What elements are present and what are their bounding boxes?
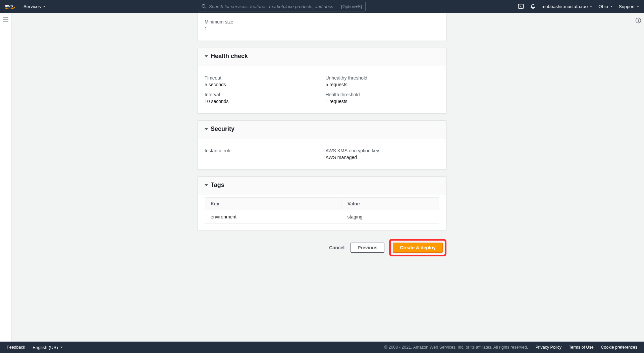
username: mubbashir.mustafa.rao	[542, 4, 588, 9]
nav-right: mubbashir.mustafa.rao Ohio Support	[518, 3, 639, 9]
search-input[interactable]	[209, 4, 338, 9]
support-label: Support	[619, 4, 635, 9]
notifications-icon[interactable]	[530, 4, 536, 9]
caret-down-icon	[590, 6, 592, 7]
services-menu[interactable]: Services	[23, 4, 46, 9]
services-label: Services	[23, 4, 41, 9]
svg-rect-3	[518, 4, 523, 9]
svg-line-2	[205, 7, 206, 8]
account-menu[interactable]: mubbashir.mustafa.rao	[542, 4, 592, 9]
top-nav: aws Services [Option+S] mubbashir.mustaf…	[0, 0, 644, 13]
svg-point-1	[202, 4, 205, 7]
svg-text:aws: aws	[5, 4, 13, 8]
cloudshell-icon[interactable]	[518, 3, 524, 9]
caret-down-icon	[637, 6, 639, 7]
region-menu[interactable]: Ohio	[598, 4, 613, 9]
caret-down-icon	[610, 6, 613, 7]
support-menu[interactable]: Support	[619, 4, 639, 9]
global-search[interactable]: [Option+S]	[198, 2, 366, 11]
search-shortcut: [Option+S]	[341, 4, 362, 9]
search-icon	[202, 4, 206, 9]
aws-logo[interactable]: aws	[5, 4, 19, 9]
region-label: Ohio	[598, 4, 608, 9]
caret-down-icon	[43, 6, 46, 7]
